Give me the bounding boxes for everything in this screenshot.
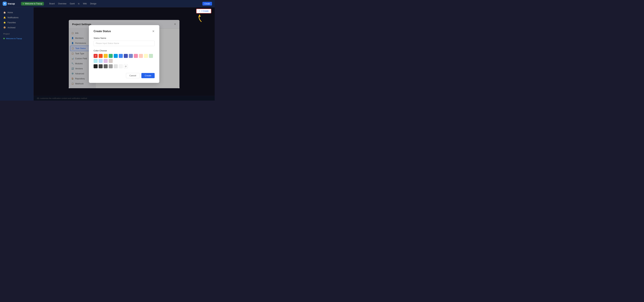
tab-tc[interactable]: tc — [78, 2, 80, 5]
status-name-input[interactable] — [96, 41, 155, 46]
color-swatch-orange[interactable] — [98, 54, 103, 58]
project-status-dot — [3, 38, 5, 39]
content-area: Project Settings ✕ 📋 Info 👤 Members — [34, 7, 215, 101]
dialog-actions: Cancel Create — [96, 73, 155, 78]
notifications-icon: 🔔 — [3, 16, 6, 19]
svg-marker-0 — [198, 15, 201, 17]
color-grid: ⊘ — [96, 54, 155, 68]
color-swatch-off-white[interactable] — [119, 64, 123, 68]
sidebar-label-archived: Archived — [8, 26, 16, 29]
color-swatch-dark-blue[interactable] — [124, 54, 128, 58]
status-name-label: Status Name — [96, 37, 155, 39]
dialog-header: Create Status ✕ — [96, 30, 155, 33]
sidebar-label-favorites: Favorites — [8, 21, 16, 24]
color-swatch-black[interactable] — [96, 64, 98, 68]
tab-wiki[interactable]: Wiki — [83, 2, 87, 5]
modal-overlay: Project Settings ✕ 📋 Info 👤 Members — [34, 7, 215, 101]
settings-body: 📋 Info 👤 Members 👤 Permissions 📋 — [69, 29, 180, 88]
dialog-title: Create Status — [96, 30, 111, 33]
create-status-overlay: Create Status ✕ Status Name Color Choose — [96, 29, 180, 88]
topbar-right: Create — [202, 2, 212, 5]
create-highlight-area: + + Create — [196, 9, 211, 23]
color-swatch-cyan[interactable] — [96, 59, 98, 63]
logo-text: tracup — [8, 2, 15, 5]
topbar: ⊞ tracup Welcome to Tracup Board Overvie… — [0, 0, 215, 7]
color-swatch-pink[interactable] — [134, 54, 138, 58]
color-swatch-medium-gray[interactable] — [109, 64, 113, 68]
arrow-indicator — [196, 14, 203, 23]
color-swatch-light-green[interactable] — [149, 54, 153, 58]
sidebar-project-name: Welcome to Tracup — [6, 37, 22, 39]
sidebar-section-project: Project — [0, 31, 33, 36]
color-swatch-light-blue[interactable] — [114, 54, 118, 58]
favorites-icon: ⭐ — [3, 21, 6, 24]
color-swatch-gray[interactable] — [104, 64, 108, 68]
color-swatch-light-gray[interactable] — [114, 64, 118, 68]
plus-icon: + — [199, 10, 200, 12]
color-swatch-indigo[interactable] — [129, 54, 133, 58]
tab-gantt[interactable]: Gantt — [70, 2, 75, 5]
cancel-button[interactable]: Cancel — [126, 73, 140, 78]
color-choose-label: Color Choose — [96, 49, 155, 52]
settings-modal: Project Settings ✕ 📋 Info 👤 Members — [69, 20, 180, 88]
color-swatch-blue[interactable] — [119, 54, 123, 58]
project-dot — [23, 3, 24, 4]
color-choose-section: Color Choose — [96, 49, 155, 68]
sidebar-project[interactable]: Welcome to Tracup — [0, 36, 33, 41]
main-layout: 🏠 Home 🔔 Notifications ⭐ Favorites 📦 Arc… — [0, 7, 215, 101]
logo-icon: ⊞ — [3, 2, 7, 6]
archived-icon: 📦 — [3, 26, 6, 29]
status-name-group: Status Name — [96, 37, 155, 46]
color-swatch-red[interactable] — [96, 54, 98, 58]
sidebar-item-home[interactable]: 🏠 Home — [0, 10, 33, 15]
create-status-button[interactable]: Create — [142, 73, 155, 78]
create-button-highlighted[interactable]: + + Create — [196, 9, 211, 13]
create-highlight-label: + Create — [201, 10, 209, 12]
sidebar-item-archived[interactable]: 📦 Archived — [0, 25, 33, 30]
tab-overview[interactable]: Overview — [58, 2, 66, 5]
color-swatch-lavender[interactable] — [104, 59, 108, 63]
nav-tabs: Board Overview Gantt tc Wiki Design — [49, 2, 96, 5]
logo[interactable]: ⊞ tracup — [3, 2, 15, 6]
project-pill[interactable]: Welcome to Tracup — [21, 2, 44, 5]
color-swatch-dark-gray[interactable] — [98, 64, 103, 68]
sidebar: 🏠 Home 🔔 Notifications ⭐ Favorites 📦 Arc… — [0, 7, 34, 101]
color-swatch-light-yellow[interactable] — [144, 54, 148, 58]
home-icon: 🏠 — [3, 11, 6, 14]
tab-design[interactable]: Design — [90, 2, 96, 5]
color-swatch-peach[interactable] — [139, 54, 143, 58]
dialog-close-button[interactable]: ✕ — [152, 30, 155, 33]
project-name: Welcome to Tracup — [25, 2, 42, 5]
color-swatch-green[interactable] — [109, 54, 113, 58]
create-status-dialog: Create Status ✕ Status Name Color Choose — [96, 29, 159, 83]
sidebar-item-favorites[interactable]: ⭐ Favorites — [0, 20, 33, 25]
sidebar-item-notifications[interactable]: 🔔 Notifications — [0, 15, 33, 20]
color-swatch-light-blue2[interactable] — [98, 59, 103, 63]
color-row-1 — [96, 54, 155, 63]
sidebar-label-notifications: Notifications — [8, 16, 18, 19]
sidebar-label-home: Home — [8, 11, 13, 14]
color-swatch-brown-light[interactable] — [109, 59, 113, 63]
create-button[interactable]: Create — [202, 2, 212, 5]
arrow-svg — [196, 14, 203, 22]
settings-content: Create Status ✕ Status Name Color Choose — [96, 29, 180, 88]
color-swatch-yellow[interactable] — [104, 54, 108, 58]
tab-board[interactable]: Board — [49, 2, 55, 5]
color-swatch-none[interactable]: ⊘ — [124, 64, 128, 68]
color-row-2: ⊘ — [96, 64, 155, 68]
